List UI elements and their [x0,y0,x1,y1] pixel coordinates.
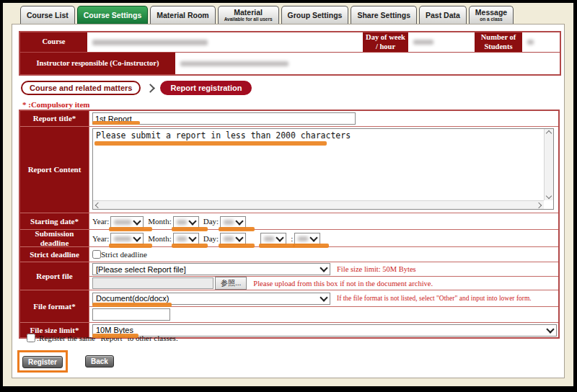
file-format-note: If the file format is not listed, select… [337,295,532,302]
course-info-row2: Instructor responsible (Co-instructor) [20,52,560,74]
annotation-highlight [219,244,255,248]
redacted-instructor-name [180,61,288,66]
submission-deadline-row: Submission deadline Year: Month: Day: : [20,229,558,246]
file-size-note: File size limit: 50M Bytes [337,265,416,273]
strict-deadline-label: Strict deadline [20,247,89,262]
report-title-label: Report title* [20,111,89,126]
scroll-up-icon[interactable] [546,130,552,136]
course-value-cell [87,32,363,52]
redacted-month [177,220,187,225]
tab-course-list[interactable]: Course List [20,6,75,24]
course-info-table: Course Day of week / hour Number of Stud… [19,31,561,76]
year-label: Year: [92,217,109,226]
annotation-highlight [94,141,327,146]
starting-year-select[interactable] [110,216,144,228]
redacted-student-count [527,40,534,45]
course-related-matters-button[interactable]: Course and related matters [21,81,141,95]
chevron-right-icon [146,84,156,93]
chevron-down-icon [546,325,554,333]
day-of-week-value-cell [408,32,475,52]
file-format-other-subrow [89,306,558,322]
report-content-text: Please submit a report in less than 2000… [93,129,553,142]
report-file-row: Report file [Please select Report file] … [20,262,558,290]
redacted-day [224,220,234,225]
other-classes-checkbox[interactable] [27,334,35,342]
file-format-other-input[interactable] [92,308,170,321]
tab-label: Message [475,9,507,17]
file-upload-input[interactable] [92,277,213,289]
file-format-select-subrow: Document(doc/docx) If the file format is… [89,290,558,306]
year-label: Year: [92,234,109,243]
redacted-hour [264,236,274,241]
chevron-down-icon [310,233,318,241]
file-format-select-value: Document(doc/docx) [96,294,169,303]
tab-material-room[interactable]: Material Room [150,6,215,24]
report-file-cell: [Please select Report file] File size li… [89,262,558,290]
tab-past-data[interactable]: Past Data [419,6,467,24]
report-registration-button[interactable]: Report registration [160,81,252,95]
chevron-down-icon [133,233,141,241]
starting-date-label: Starting date* [20,213,89,229]
report-content-cell: Please submit a report in less than 2000… [89,127,558,213]
redacted-day [224,236,234,241]
tab-course-settings[interactable]: Course Settings [77,6,149,24]
annotation-highlight [109,244,152,248]
annotation-highlight [92,121,140,125]
tab-label: Material Room [157,12,208,19]
breadcrumb: Course and related matters Report regist… [21,81,252,95]
scroll-right-icon[interactable] [536,202,542,208]
chevron-down-icon [188,233,196,241]
tab-label: Share Settings [357,12,410,19]
redacted-year [114,236,131,241]
annotation-highlight [172,244,208,248]
strict-deadline-cell: Strict deadline [89,247,558,262]
tab-share-settings[interactable]: Share Settings [351,6,417,24]
chevron-down-icon [133,217,141,225]
report-content-textarea[interactable]: Please submit a report in less than 2000… [92,128,554,210]
annotation-highlight [172,227,208,231]
tab-group-settings[interactable]: Group Settings [281,6,349,24]
register-button[interactable]: Register [22,356,63,368]
vertical-scrollbar[interactable] [544,129,553,200]
annotation-frame: Register [17,350,68,373]
report-file-select-subrow: [Please select Report file] File size li… [89,262,558,276]
tab-sublabel: Available for all users [224,17,273,22]
students-value-cell [522,32,560,52]
horizontal-scrollbar[interactable] [93,200,544,209]
tab-label: Course List [27,12,69,19]
annotation-highlight [109,227,152,231]
redacted-day-of-week [413,40,433,45]
instructor-value-cell [175,53,560,74]
starting-day-select[interactable] [220,216,246,228]
report-content-row: Report Content Please submit a report in… [20,126,558,213]
upload-note: Please upload from this box if not in th… [253,280,433,288]
report-form-table: Report title* Report Content Please subm… [19,110,560,339]
redacted-course-name [92,40,208,45]
scroll-down-icon[interactable] [546,193,552,199]
tab-message[interactable]: Message on a class [469,6,514,24]
course-info-row1: Course Day of week / hour Number of Stud… [20,32,560,52]
course-label-cell: Course [20,32,87,52]
tab-material-all-users[interactable]: Material Available for all users [218,6,279,24]
report-file-upload-subrow: 参照... Please upload from this box if not… [89,276,558,290]
chevron-down-icon [320,293,327,301]
strict-deadline-checkbox-label: Strict deadline [101,250,147,259]
back-button[interactable]: Back [85,355,114,368]
tab-sublabel: on a class [480,17,502,22]
chevron-down-icon [235,233,243,241]
day-of-week-label-cell: Day of week / hour [363,32,408,52]
tab-bar: Course List Course Settings Material Roo… [20,6,514,24]
submission-deadline-label: Submission deadline [20,230,89,246]
starting-month-select[interactable] [173,216,199,228]
scroll-left-icon[interactable] [95,202,101,208]
report-file-label: Report file [20,262,89,290]
report-file-select[interactable]: [Please select Report file] [92,263,330,275]
starting-date-cell: Year: Month: Day: [89,213,558,229]
action-buttons: Register Back [17,350,114,373]
strict-deadline-checkbox[interactable] [92,250,101,259]
annotation-highlight [293,244,329,248]
tab-label: Course Settings [84,12,142,19]
tab-label: Group Settings [288,12,343,19]
redacted-month [177,236,187,241]
browse-button[interactable]: 参照... [215,277,247,290]
